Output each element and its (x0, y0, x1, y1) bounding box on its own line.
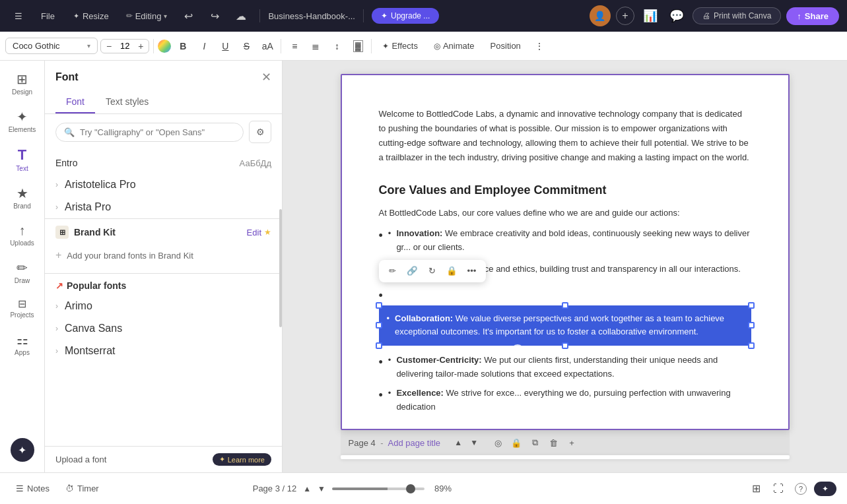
brand-icon: ★ (17, 185, 28, 201)
font-size-decrease-button[interactable]: − (105, 41, 113, 51)
page-toggle-button[interactable]: ◎ (489, 434, 506, 451)
list-item-collaboration[interactable]: ✏ 🔗 ↻ 🔒 ••• (379, 286, 751, 346)
redo-button[interactable]: ↪ (204, 5, 225, 26)
topbar-right: 👤 + 📊 💬 🖨 Print with Canva ↑ Share (590, 5, 839, 26)
apps-icon: ⚏ (17, 332, 28, 348)
page-lock-button[interactable]: 🔒 (508, 434, 525, 451)
print-button[interactable]: 🖨 Print with Canva (693, 7, 781, 24)
font-size-input[interactable] (116, 41, 134, 51)
align-left-button[interactable]: ≡ (285, 37, 304, 55)
font-filter-button[interactable]: ⚙ (249, 121, 271, 143)
analytics-button[interactable]: 📊 (640, 5, 661, 26)
animate-button[interactable]: ◎ Animate (427, 38, 481, 53)
page-down-button[interactable]: ▼ (467, 435, 481, 450)
brand-kit-add-font-button[interactable]: + Add your brand fonts in Brand Kit (55, 244, 271, 267)
document-page[interactable]: Welcome to BottledCode Labs, a dynamic a… (341, 74, 790, 430)
document-title[interactable]: Business-Handbook-... (268, 11, 355, 21)
font-item-arimo[interactable]: › Arimo (45, 295, 282, 317)
timer-button[interactable]: ⏱ Timer (60, 481, 104, 496)
tab-font[interactable]: Font (55, 91, 95, 113)
sidebar-item-elements[interactable]: ✦ Elements (4, 104, 41, 139)
cloud-save-button[interactable]: ☁ (230, 5, 252, 26)
resize-button[interactable]: ✦ Resize (67, 9, 116, 24)
page-up-button[interactable]: ▲ (451, 435, 465, 450)
zoom-slider[interactable] (332, 488, 424, 490)
effects-button[interactable]: ✦ Effects (376, 38, 424, 53)
page-prev-button[interactable]: ▲ (303, 484, 311, 493)
page-duplicate-button[interactable]: ⧉ (526, 434, 543, 451)
strikethrough-button[interactable]: S (237, 37, 255, 55)
page-delete-button[interactable]: 🗑 (545, 434, 562, 451)
font-item-aristotelica[interactable]: › Aristotelica Pro (45, 173, 282, 196)
bold-button[interactable]: B (174, 37, 192, 55)
float-link-button[interactable]: 🔗 (404, 263, 421, 280)
learn-more-badge[interactable]: ✦ Learn more (213, 453, 271, 466)
position-button[interactable]: Position (484, 38, 527, 53)
text-size-toggle-button[interactable]: aA (258, 37, 277, 55)
file-menu-button[interactable]: File (34, 9, 61, 24)
section-desc: At BottledCode Labs, our core values def… (379, 208, 751, 218)
font-panel-close-button[interactable]: ✕ (261, 70, 271, 84)
add-page-title-button[interactable]: Add page title (388, 438, 441, 448)
sidebar-item-apps[interactable]: ⚏ Apps (4, 327, 41, 362)
comments-button[interactable]: 💬 (666, 5, 687, 26)
upload-font-label[interactable]: Upload a font (55, 455, 106, 464)
font-item-canva-sans[interactable]: › Canva Sans (45, 317, 282, 340)
ai-magic-button[interactable]: ✦ (11, 438, 34, 462)
draw-icon: ✏ (17, 260, 28, 276)
page-next-button[interactable]: ▼ (318, 484, 325, 493)
font-search-input[interactable] (80, 127, 235, 137)
font-panel-title: Font (55, 71, 79, 83)
sidebar-item-design[interactable]: ⊞ Design (4, 66, 41, 101)
underline-button[interactable]: U (216, 37, 234, 55)
float-edit-button[interactable]: ✏ (384, 263, 401, 280)
topbar: ☰ File ✦ Resize ✏ Editing ▾ ↩ ↪ ☁ Busine… (0, 0, 847, 32)
font-selector-dropdown[interactable]: Coco Gothic ▾ (5, 38, 98, 54)
float-lock-button[interactable]: 🔒 (444, 263, 461, 280)
share-button[interactable]: ↑ Share (786, 7, 839, 25)
brand-kit-edit-button[interactable]: Edit ★ (247, 228, 271, 237)
tab-text-styles[interactable]: Text styles (95, 91, 159, 113)
canvas-scroll[interactable]: Welcome to BottledCode Labs, a dynamic a… (283, 61, 847, 472)
chevron-right-icon: › (55, 203, 58, 212)
text-box-style-button[interactable]: ▓ (349, 37, 367, 55)
float-more-button[interactable]: ••• (463, 263, 481, 280)
sidebar-item-draw[interactable]: ✏ Draw (4, 255, 41, 290)
sidebar-item-brand[interactable]: ★ Brand (4, 180, 41, 215)
chevron-right-icon: › (55, 346, 58, 356)
more-options-button[interactable]: ⋮ (530, 37, 549, 55)
font-search-box[interactable]: 🔍 (55, 123, 244, 142)
page-4-preview[interactable] (341, 455, 790, 459)
upgrade-button[interactable]: ✦ Upgrade ... (372, 8, 439, 24)
text-color-picker[interactable] (158, 40, 171, 53)
notes-button[interactable]: ☰ Notes (11, 481, 55, 496)
sidebar-item-projects[interactable]: ⊟ Projects (4, 292, 41, 324)
help-button[interactable]: ? (792, 480, 810, 498)
invite-plus-button[interactable]: + (616, 7, 634, 25)
user-avatar[interactable]: 👤 (590, 5, 611, 26)
font-item-arista[interactable]: › Arista Pro (45, 196, 282, 218)
ai-magic-button-bottom[interactable]: ✦ (814, 482, 836, 496)
font-panel-header: Font ✕ (45, 61, 282, 91)
font-size-increase-button[interactable]: + (137, 41, 145, 51)
page-add-button[interactable]: + (563, 434, 580, 451)
italic-button[interactable]: I (195, 37, 213, 55)
section-title: Core Values and Employee Commitment (379, 183, 751, 197)
selected-text-block[interactable]: • Collaboration: We value diverse perspe… (379, 305, 751, 346)
sidebar-item-text[interactable]: T Text (4, 141, 41, 177)
float-refresh-button[interactable]: ↻ (424, 263, 441, 280)
left-sidebar: ⊞ Design ✦ Elements T Text ★ Brand ↑ Upl… (0, 61, 45, 472)
sidebar-item-uploads[interactable]: ↑ Uploads (4, 218, 41, 252)
line-spacing-button[interactable]: ↕ (327, 37, 346, 55)
font-item-entro[interactable]: Entro АаБбДд (45, 152, 282, 173)
editing-mode-button[interactable]: ✏ Editing ▾ (121, 9, 173, 24)
timer-icon: ⏱ (65, 484, 74, 493)
grid-view-button[interactable]: ⊞ (747, 480, 765, 498)
hamburger-menu-button[interactable]: ☰ (8, 9, 29, 24)
list-button[interactable]: ≣ (306, 37, 325, 55)
undo-button[interactable]: ↩ (178, 5, 199, 26)
page-nav-buttons: ▲ ▼ (451, 435, 481, 450)
font-item-montserrat[interactable]: › Montserrat (45, 340, 282, 362)
font-list-scrollbar[interactable] (279, 209, 282, 328)
fullscreen-button[interactable]: ⛶ (769, 480, 788, 498)
